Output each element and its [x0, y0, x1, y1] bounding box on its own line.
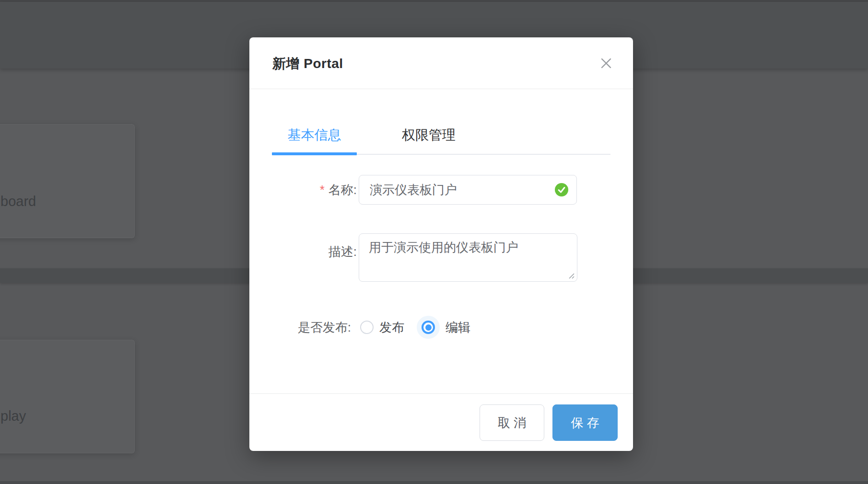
publish-label-text: 是否发布: [298, 319, 351, 336]
dialog-title: 新增 Portal [272, 55, 343, 73]
dialog-tabs: 基本信息 权限管理 [272, 114, 610, 155]
cancel-button[interactable]: 取 消 [480, 404, 544, 441]
radio-edit-halo [417, 316, 440, 339]
required-asterisk: * [320, 183, 325, 197]
name-input[interactable] [359, 175, 577, 205]
validation-success-icon [555, 183, 568, 196]
name-label-text: 名称: [328, 182, 357, 198]
radio-publish-label[interactable]: 发布 [379, 319, 404, 336]
close-icon [599, 57, 613, 70]
screen: board play 新增 Portal 基本信息 权限管理 * 名称: [0, 0, 868, 484]
radio-publish-unselected[interactable] [360, 321, 374, 334]
add-portal-dialog: 新增 Portal 基本信息 权限管理 * 名称: [249, 37, 633, 451]
close-button[interactable] [598, 55, 615, 72]
description-textarea[interactable]: 用于演示使用的仪表板门户 [359, 233, 577, 282]
description-label-text: 描述: [328, 243, 357, 260]
radio-edit-selected[interactable] [422, 321, 435, 334]
active-tab-indicator [272, 152, 357, 155]
publish-radio-group: 发布 编辑 [360, 312, 470, 342]
tab-basic-info[interactable]: 基本信息 [272, 126, 357, 144]
publish-field-label: 是否发布: [249, 312, 351, 342]
name-field [359, 175, 577, 205]
radio-edit-label[interactable]: 编辑 [446, 319, 470, 336]
radio-edit-dot [425, 324, 432, 331]
tab-permission-management[interactable]: 权限管理 [402, 126, 456, 144]
description-field: 用于演示使用的仪表板门户 [359, 233, 577, 282]
name-field-label: * 名称: [253, 175, 357, 205]
textarea-resize-handle[interactable] [567, 272, 575, 279]
save-button[interactable]: 保 存 [552, 404, 618, 441]
dialog-footer: 取 消 保 存 [249, 393, 633, 451]
check-icon [555, 183, 568, 196]
dialog-header: 新增 Portal [249, 37, 633, 89]
description-field-label: 描述: [253, 233, 357, 270]
